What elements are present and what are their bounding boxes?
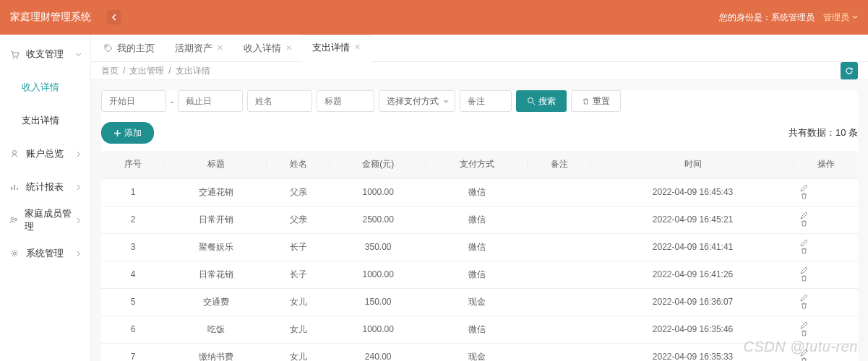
- sidebar-item[interactable]: 收支管理: [0, 38, 90, 71]
- cell-pay: 微信: [426, 233, 528, 261]
- collapse-sidebar-button[interactable]: [107, 10, 121, 25]
- tab[interactable]: 活期资产✕: [165, 35, 233, 62]
- table-row: 3聚餐娱乐长子350.00微信2022-04-09 16:41:41: [101, 233, 858, 261]
- delete-icon[interactable]: [800, 274, 852, 282]
- delete-icon[interactable]: [800, 192, 852, 200]
- delete-icon[interactable]: [800, 219, 852, 227]
- user-role-label: 管理员: [823, 12, 849, 24]
- cell-actions: [794, 316, 858, 343]
- cell-name: 女儿: [267, 316, 330, 343]
- sidebar-item-label: 账户总览: [26, 147, 64, 160]
- name-input[interactable]: [247, 90, 312, 112]
- delete-icon[interactable]: [800, 302, 852, 310]
- remark-input[interactable]: [460, 90, 512, 112]
- delete-icon[interactable]: [800, 357, 852, 361]
- sidebar-item-label: 家庭成员管理: [25, 207, 75, 233]
- edit-icon[interactable]: [800, 294, 852, 302]
- pay-method-select[interactable]: 选择支付方式: [379, 90, 455, 112]
- sidebar-item[interactable]: 账户总览: [0, 137, 90, 170]
- sidebar: 收支管理收入详情支出详情账户总览统计报表家庭成员管理系统管理: [0, 35, 91, 361]
- user-dropdown[interactable]: 管理员: [823, 12, 858, 24]
- cell-amount: 1000.00: [330, 316, 426, 343]
- chevron-right-icon: [75, 217, 82, 224]
- title-input[interactable]: [317, 90, 374, 112]
- search-button[interactable]: 搜索: [516, 90, 567, 112]
- svg-point-2: [13, 151, 17, 155]
- sidebar-item[interactable]: 系统管理: [0, 237, 90, 270]
- refresh-icon: [845, 66, 854, 75]
- cell-remark: [528, 206, 591, 233]
- end-date-input[interactable]: [178, 90, 243, 112]
- cell-name: 女儿: [267, 288, 330, 316]
- cell-idx: 7: [101, 343, 165, 361]
- refresh-button[interactable]: [841, 62, 858, 79]
- chevron-right-icon: [75, 251, 82, 257]
- column-header: 标题: [165, 151, 267, 178]
- cell-title: 日常开销: [165, 206, 267, 233]
- column-header: 时间: [591, 151, 794, 178]
- cell-time: 2022-04-09 16:45:43: [591, 178, 794, 206]
- total-count: 共有数据：10 条: [788, 126, 858, 139]
- add-button[interactable]: 添加: [101, 122, 154, 144]
- plus-icon: [113, 129, 121, 137]
- cell-actions: [794, 206, 858, 233]
- crumb-item: 支出详情: [176, 66, 210, 76]
- sidebar-item-label: 系统管理: [26, 247, 64, 260]
- cell-actions: [794, 233, 858, 261]
- start-date-input[interactable]: [101, 90, 166, 112]
- table-row: 7缴纳书费女儿240.00现金2022-04-09 16:35:33: [101, 343, 858, 361]
- search-icon: [527, 97, 536, 105]
- table-row: 6吃饭女儿1000.00微信2022-04-09 16:35:46: [101, 316, 858, 343]
- sidebar-subitem[interactable]: 支出详情: [0, 104, 90, 137]
- cell-idx: 2: [101, 206, 165, 233]
- cell-amount: 1000.00: [330, 178, 426, 206]
- edit-icon[interactable]: [800, 321, 852, 329]
- cell-time: 2022-04-09 16:36:07: [591, 288, 794, 316]
- table-row: 4日常花销长子1000.00微信2022-04-09 16:41:26: [101, 261, 858, 288]
- close-icon[interactable]: ✕: [217, 43, 223, 53]
- column-header: 金额(元): [330, 151, 426, 178]
- svg-point-7: [528, 98, 533, 103]
- cell-time: 2022-04-09 16:41:26: [591, 261, 794, 288]
- table-row: 1交通花销父亲1000.00微信2022-04-09 16:45:43: [101, 178, 858, 206]
- sidebar-item-label: 收入详情: [22, 81, 59, 94]
- tab-label: 支出详情: [312, 41, 350, 54]
- edit-icon[interactable]: [800, 266, 852, 274]
- edit-icon[interactable]: [800, 184, 852, 192]
- app-title: 家庭理财管理系统: [10, 11, 91, 24]
- tag-icon: [104, 44, 113, 53]
- cell-idx: 4: [101, 261, 165, 288]
- cell-pay: 微信: [426, 316, 528, 343]
- sidebar-item-label: 统计报表: [26, 180, 64, 193]
- edit-icon[interactable]: [800, 239, 852, 247]
- cell-actions: [794, 178, 858, 206]
- close-icon[interactable]: ✕: [285, 43, 292, 53]
- sidebar-item[interactable]: 家庭成员管理: [0, 204, 90, 237]
- column-header: 序号: [101, 151, 165, 178]
- delete-icon[interactable]: [800, 329, 852, 337]
- crumb-item[interactable]: 支出管理: [129, 66, 164, 76]
- cell-pay: 微信: [426, 261, 528, 288]
- user-icon: [9, 149, 20, 159]
- edit-icon[interactable]: [800, 349, 852, 357]
- gear-icon: [9, 248, 20, 258]
- delete-icon[interactable]: [800, 247, 852, 255]
- column-header: 姓名: [267, 151, 330, 178]
- cell-remark: [528, 343, 591, 361]
- cell-pay: 现金: [426, 288, 528, 316]
- cell-name: 女儿: [267, 343, 330, 361]
- close-icon[interactable]: ✕: [354, 43, 361, 52]
- sidebar-item[interactable]: 统计报表: [0, 170, 90, 204]
- tab[interactable]: 我的主页: [94, 35, 165, 62]
- cell-idx: 1: [101, 178, 165, 206]
- edit-icon[interactable]: [800, 212, 852, 219]
- sidebar-subitem[interactable]: 收入详情: [0, 71, 90, 104]
- sidebar-item-label: 支出详情: [22, 114, 59, 127]
- tab[interactable]: 收入详情✕: [233, 35, 302, 62]
- crumb-item[interactable]: 首页: [101, 66, 119, 76]
- reset-button[interactable]: 重置: [571, 90, 621, 112]
- trash-icon: [582, 97, 590, 105]
- chevron-down-icon: [852, 15, 858, 19]
- tab[interactable]: 支出详情✕: [302, 35, 371, 62]
- column-header: 支付方式: [426, 151, 528, 178]
